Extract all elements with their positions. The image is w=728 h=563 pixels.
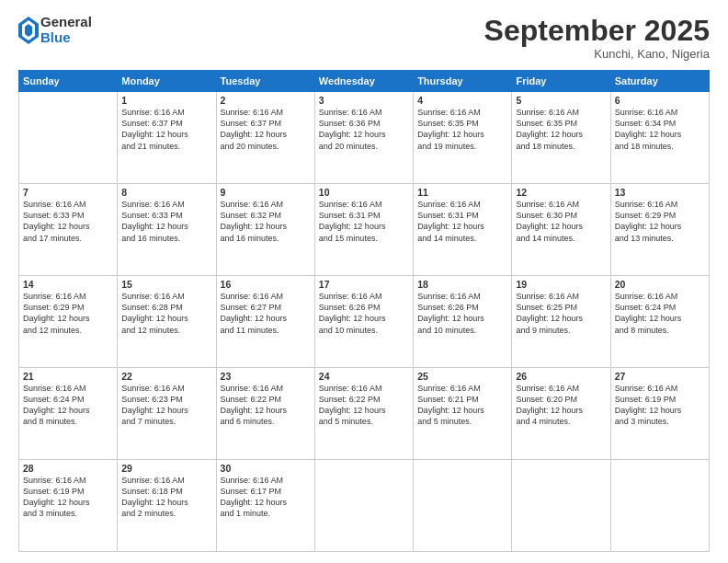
day-info: Sunrise: 6:16 AMSunset: 6:32 PMDaylight:… [221,199,311,244]
day-cell-w5-d4 [314,460,413,552]
day-info: Sunrise: 6:16 AMSunset: 6:28 PMDaylight:… [121,291,211,336]
day-info: Sunrise: 6:16 AMSunset: 6:24 PMDaylight:… [23,383,113,428]
day-cell-w5-d6 [512,460,610,552]
day-cell-w2-d3: 9Sunrise: 6:16 AMSunset: 6:32 PMDaylight… [216,184,314,276]
day-number: 18 [417,279,507,290]
day-info: Sunrise: 6:16 AMSunset: 6:33 PMDaylight:… [121,199,211,244]
day-number: 16 [221,279,311,290]
week-row-4: 21Sunrise: 6:16 AMSunset: 6:24 PMDayligh… [19,368,710,460]
day-number: 8 [121,187,211,198]
logo-icon [18,17,39,44]
day-number: 10 [319,187,409,198]
day-cell-w5-d2: 29Sunrise: 6:16 AMSunset: 6:18 PMDayligh… [118,460,216,552]
day-number: 4 [417,95,507,106]
day-number: 24 [319,371,409,382]
day-info: Sunrise: 6:16 AMSunset: 6:31 PMDaylight:… [319,199,409,244]
day-number: 6 [615,95,705,106]
day-cell-w5-d7 [610,460,709,552]
day-info: Sunrise: 6:16 AMSunset: 6:19 PMDaylight:… [615,383,705,428]
day-info: Sunrise: 6:16 AMSunset: 6:22 PMDaylight:… [221,383,311,428]
day-number: 30 [221,463,311,474]
day-number: 28 [23,463,113,474]
logo: General Blue [18,15,92,45]
day-number: 25 [417,371,507,382]
day-cell-w2-d6: 12Sunrise: 6:16 AMSunset: 6:30 PMDayligh… [512,184,610,276]
day-info: Sunrise: 6:16 AMSunset: 6:31 PMDaylight:… [417,199,507,244]
day-cell-w4-d6: 26Sunrise: 6:16 AMSunset: 6:20 PMDayligh… [512,368,610,460]
day-info: Sunrise: 6:16 AMSunset: 6:17 PMDaylight:… [221,475,311,520]
day-info: Sunrise: 6:16 AMSunset: 6:24 PMDaylight:… [615,291,705,336]
day-info: Sunrise: 6:16 AMSunset: 6:37 PMDaylight:… [221,107,311,152]
day-number: 27 [615,371,705,382]
col-friday: Friday [512,71,610,92]
col-tuesday: Tuesday [216,71,314,92]
day-info: Sunrise: 6:16 AMSunset: 6:18 PMDaylight:… [121,475,211,520]
col-saturday: Saturday [610,71,709,92]
day-cell-w3-d7: 20Sunrise: 6:16 AMSunset: 6:24 PMDayligh… [610,276,709,368]
week-row-3: 14Sunrise: 6:16 AMSunset: 6:29 PMDayligh… [19,276,710,368]
day-cell-w4-d7: 27Sunrise: 6:16 AMSunset: 6:19 PMDayligh… [610,368,709,460]
day-info: Sunrise: 6:16 AMSunset: 6:33 PMDaylight:… [23,199,113,244]
day-cell-w4-d2: 22Sunrise: 6:16 AMSunset: 6:23 PMDayligh… [118,368,216,460]
day-cell-w5-d5 [414,460,512,552]
col-thursday: Thursday [414,71,512,92]
day-number: 3 [319,95,409,106]
location: Kunchi, Kano, Nigeria [484,47,710,61]
day-info: Sunrise: 6:16 AMSunset: 6:29 PMDaylight:… [23,291,113,336]
col-sunday: Sunday [19,71,118,92]
day-number: 15 [121,279,211,290]
day-info: Sunrise: 6:16 AMSunset: 6:21 PMDaylight:… [417,383,507,428]
day-info: Sunrise: 6:16 AMSunset: 6:37 PMDaylight:… [121,107,211,152]
day-cell-w1-d4: 3Sunrise: 6:16 AMSunset: 6:36 PMDaylight… [314,92,413,184]
page: General Blue September 2025 Kunchi, Kano… [0,0,728,563]
day-cell-w3-d6: 19Sunrise: 6:16 AMSunset: 6:25 PMDayligh… [512,276,610,368]
day-number: 19 [516,279,606,290]
day-info: Sunrise: 6:16 AMSunset: 6:22 PMDaylight:… [319,383,409,428]
title-block: September 2025 Kunchi, Kano, Nigeria [484,15,710,61]
col-wednesday: Wednesday [314,71,413,92]
day-number: 22 [121,371,211,382]
day-cell-w2-d2: 8Sunrise: 6:16 AMSunset: 6:33 PMDaylight… [118,184,216,276]
day-cell-w4-d4: 24Sunrise: 6:16 AMSunset: 6:22 PMDayligh… [314,368,413,460]
day-number: 2 [221,95,311,106]
day-number: 5 [516,95,606,106]
day-number: 26 [516,371,606,382]
month-title: September 2025 [484,15,710,47]
day-number: 21 [23,371,113,382]
day-info: Sunrise: 6:16 AMSunset: 6:19 PMDaylight:… [23,475,113,520]
week-row-2: 7Sunrise: 6:16 AMSunset: 6:33 PMDaylight… [19,184,710,276]
day-info: Sunrise: 6:16 AMSunset: 6:35 PMDaylight:… [417,107,507,152]
day-info: Sunrise: 6:16 AMSunset: 6:26 PMDaylight:… [319,291,409,336]
day-info: Sunrise: 6:16 AMSunset: 6:26 PMDaylight:… [417,291,507,336]
day-cell-w1-d2: 1Sunrise: 6:16 AMSunset: 6:37 PMDaylight… [118,92,216,184]
day-cell-w2-d5: 11Sunrise: 6:16 AMSunset: 6:31 PMDayligh… [414,184,512,276]
day-cell-w2-d1: 7Sunrise: 6:16 AMSunset: 6:33 PMDaylight… [19,184,118,276]
day-cell-w1-d5: 4Sunrise: 6:16 AMSunset: 6:35 PMDaylight… [414,92,512,184]
day-cell-w1-d3: 2Sunrise: 6:16 AMSunset: 6:37 PMDaylight… [216,92,314,184]
day-number: 20 [615,279,705,290]
day-cell-w3-d4: 17Sunrise: 6:16 AMSunset: 6:26 PMDayligh… [314,276,413,368]
week-row-1: 1Sunrise: 6:16 AMSunset: 6:37 PMDaylight… [19,92,710,184]
header: General Blue September 2025 Kunchi, Kano… [18,15,710,61]
day-cell-w2-d7: 13Sunrise: 6:16 AMSunset: 6:29 PMDayligh… [610,184,709,276]
day-number: 7 [23,187,113,198]
day-number: 14 [23,279,113,290]
day-info: Sunrise: 6:16 AMSunset: 6:29 PMDaylight:… [615,199,705,244]
day-info: Sunrise: 6:16 AMSunset: 6:20 PMDaylight:… [516,383,606,428]
day-number: 12 [516,187,606,198]
logo-blue-text: Blue [40,30,92,46]
calendar-table: Sunday Monday Tuesday Wednesday Thursday… [18,70,710,552]
day-cell-w3-d1: 14Sunrise: 6:16 AMSunset: 6:29 PMDayligh… [19,276,118,368]
day-cell-w1-d7: 6Sunrise: 6:16 AMSunset: 6:34 PMDaylight… [610,92,709,184]
day-cell-w3-d3: 16Sunrise: 6:16 AMSunset: 6:27 PMDayligh… [216,276,314,368]
day-number: 13 [615,187,705,198]
col-monday: Monday [118,71,216,92]
day-info: Sunrise: 6:16 AMSunset: 6:27 PMDaylight:… [221,291,311,336]
day-info: Sunrise: 6:16 AMSunset: 6:35 PMDaylight:… [516,107,606,152]
day-info: Sunrise: 6:16 AMSunset: 6:23 PMDaylight:… [121,383,211,428]
day-info: Sunrise: 6:16 AMSunset: 6:25 PMDaylight:… [516,291,606,336]
day-cell-w5-d3: 30Sunrise: 6:16 AMSunset: 6:17 PMDayligh… [216,460,314,552]
day-cell-w3-d5: 18Sunrise: 6:16 AMSunset: 6:26 PMDayligh… [414,276,512,368]
day-number: 17 [319,279,409,290]
day-number: 23 [221,371,311,382]
